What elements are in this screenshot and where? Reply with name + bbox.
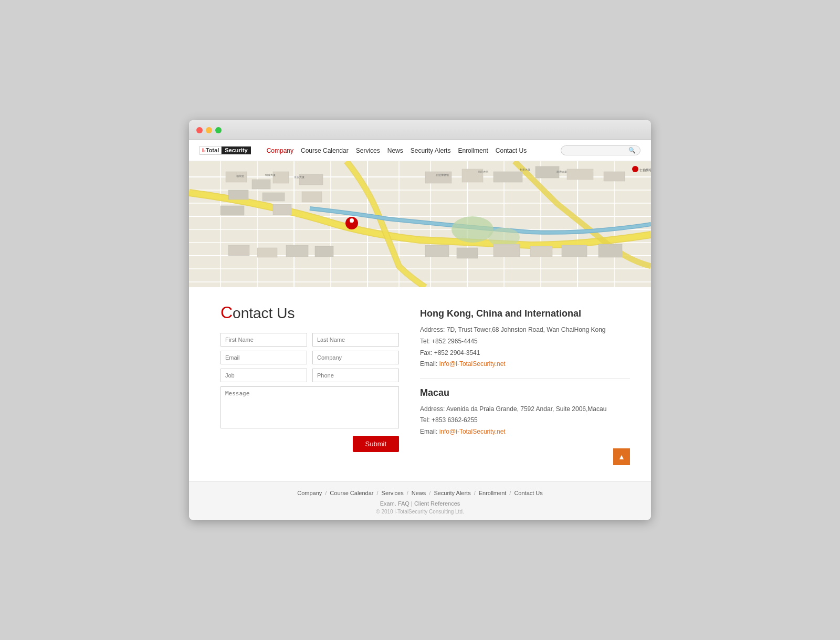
footer-nav-services[interactable]: Services xyxy=(382,490,404,496)
hk-email-link[interactable]: info@i-TotalSecurity.net xyxy=(439,360,506,368)
footer-exam-faq[interactable]: Exam. FAQ xyxy=(380,500,410,507)
svg-text:永安大厦: 永安大厦 xyxy=(294,175,304,179)
contact-form-section: Contact Us Submit xyxy=(220,303,399,465)
svg-rect-40 xyxy=(457,248,478,258)
svg-text:仁慈博物馆: 仁慈博物馆 xyxy=(435,173,449,176)
logo-security: Security xyxy=(222,146,250,154)
macau-tel: +853 6362-6255 xyxy=(432,416,478,424)
svg-text:明珠大厦: 明珠大厦 xyxy=(265,173,276,176)
contact-heading-rest: ontact Us xyxy=(233,305,295,321)
svg-text:A: A xyxy=(350,219,353,223)
footer-nav: Company / Course Calendar / Services / N… xyxy=(189,490,651,496)
logo[interactable]: i-Total Security xyxy=(200,146,251,155)
svg-rect-47 xyxy=(286,245,308,257)
hk-tel: +852 2965-4445 xyxy=(432,338,478,345)
svg-text:利美大厦: 利美大厦 xyxy=(520,168,530,171)
footer-nav-security-alerts[interactable]: Security Alerts xyxy=(434,490,470,496)
macau-tel-label: Tel: xyxy=(420,416,430,424)
hk-fax-label: Fax: xyxy=(420,349,432,356)
nav-enrollment[interactable]: Enrollment xyxy=(458,147,488,154)
footer-sep-5: / xyxy=(474,490,476,496)
form-row-email xyxy=(220,351,399,364)
svg-rect-29 xyxy=(262,193,285,201)
nav-contact-us[interactable]: Contact Us xyxy=(496,147,527,154)
footer-sep-4: / xyxy=(429,490,430,496)
footer-nav-news[interactable]: News xyxy=(412,490,426,496)
svg-text:福荣里: 福荣里 xyxy=(236,174,244,177)
svg-rect-45 xyxy=(228,245,249,256)
footer-nav-enrollment[interactable]: Enrollment xyxy=(479,490,507,496)
form-row-name xyxy=(220,333,399,347)
svg-rect-25 xyxy=(252,180,270,189)
footer-sep-2: / xyxy=(376,490,378,496)
location-divider xyxy=(420,379,630,379)
hk-address-label: Address: xyxy=(420,326,445,333)
maximize-dot[interactable] xyxy=(215,127,222,133)
footer-extra-links: Exam. FAQ | Client References xyxy=(189,500,651,507)
phone-input[interactable] xyxy=(312,369,399,382)
hk-tel-label: Tel: xyxy=(420,338,430,345)
message-input[interactable] xyxy=(220,386,399,428)
nav-security-alerts[interactable]: Security Alerts xyxy=(411,147,451,154)
svg-rect-42 xyxy=(530,246,552,257)
nav-course-calendar[interactable]: Course Calendar xyxy=(301,147,349,154)
svg-rect-43 xyxy=(562,245,587,257)
footer-nav-contact-us[interactable]: Contact Us xyxy=(514,490,542,496)
svg-rect-44 xyxy=(598,244,622,257)
svg-rect-31 xyxy=(220,206,244,215)
browser-body: i-Total Security Company Course Calendar… xyxy=(189,140,651,519)
content-area: Contact Us Submit xyxy=(189,287,651,480)
hk-address: 7D, Trust Tower,68 Johnston Road, Wan Ch… xyxy=(447,326,606,333)
hk-email-label: Email: xyxy=(420,360,437,368)
search-box: 🔍 xyxy=(561,145,640,155)
nav-company[interactable]: Company xyxy=(267,147,293,154)
svg-rect-30 xyxy=(302,192,322,202)
footer-nav-company[interactable]: Company xyxy=(297,490,322,496)
contact-heading: Contact Us xyxy=(220,303,399,322)
contact-info-section: Hong Kong, China and International Addre… xyxy=(420,303,630,465)
hk-office-details: Address: 7D, Trust Tower,68 Johnston Roa… xyxy=(420,324,630,370)
submit-button[interactable]: Submit xyxy=(353,436,399,452)
svg-rect-35 xyxy=(494,172,522,182)
svg-rect-32 xyxy=(273,204,291,215)
nav-services[interactable]: Services xyxy=(356,147,380,154)
company-input[interactable] xyxy=(312,351,399,364)
footer: Company / Course Calendar / Services / N… xyxy=(189,481,651,520)
svg-rect-48 xyxy=(315,246,333,257)
svg-point-59 xyxy=(632,166,638,172)
contact-heading-first-letter: C xyxy=(220,303,233,322)
hk-office-title: Hong Kong, China and International xyxy=(420,308,630,319)
footer-sep-1: / xyxy=(325,490,327,496)
navbar: i-Total Security Company Course Calendar… xyxy=(189,140,651,161)
svg-rect-37 xyxy=(567,169,593,180)
footer-copyright: © 2010 i-TotalSecurity Consulting Ltd. xyxy=(189,509,651,515)
search-icon: 🔍 xyxy=(628,147,636,154)
browser-window: i-Total Security Company Course Calendar… xyxy=(189,120,651,519)
svg-rect-38 xyxy=(604,172,625,181)
footer-nav-course-calendar[interactable]: Course Calendar xyxy=(330,490,373,496)
footer-sep-6: / xyxy=(509,490,511,496)
svg-rect-39 xyxy=(425,245,449,257)
scroll-top-button[interactable]: ▲ xyxy=(613,448,630,465)
search-input[interactable] xyxy=(565,148,628,154)
macau-email-link[interactable]: info@i-TotalSecurity.net xyxy=(439,428,506,435)
svg-rect-46 xyxy=(257,248,277,257)
submit-row: Submit xyxy=(220,436,399,452)
first-name-input[interactable] xyxy=(220,333,307,347)
logo-itotal: i-Total xyxy=(200,146,222,155)
email-input[interactable] xyxy=(220,351,307,364)
last-name-input[interactable] xyxy=(312,333,399,347)
minimize-dot[interactable] xyxy=(206,127,212,133)
map-container: A 福荣里 明珠大厦 永安大厦 仁慈博物馆 同济大学 利美大厦 南通大厦 仁伯爵… xyxy=(189,161,651,287)
svg-rect-28 xyxy=(228,190,248,200)
job-input[interactable] xyxy=(220,369,307,382)
footer-client-references[interactable]: Client References xyxy=(414,500,460,507)
browser-titlebar xyxy=(189,120,651,140)
svg-rect-36 xyxy=(536,166,559,178)
macau-office-details: Address: Avenida da Praia Grande, 7592 A… xyxy=(420,404,630,438)
close-dot[interactable] xyxy=(196,127,203,133)
hk-fax: +852 2904-3541 xyxy=(434,349,480,356)
browser-dots xyxy=(196,127,222,133)
svg-text:仁伯爵综合医院: 仁伯爵综合医院 xyxy=(639,168,651,172)
nav-news[interactable]: News xyxy=(387,147,403,154)
